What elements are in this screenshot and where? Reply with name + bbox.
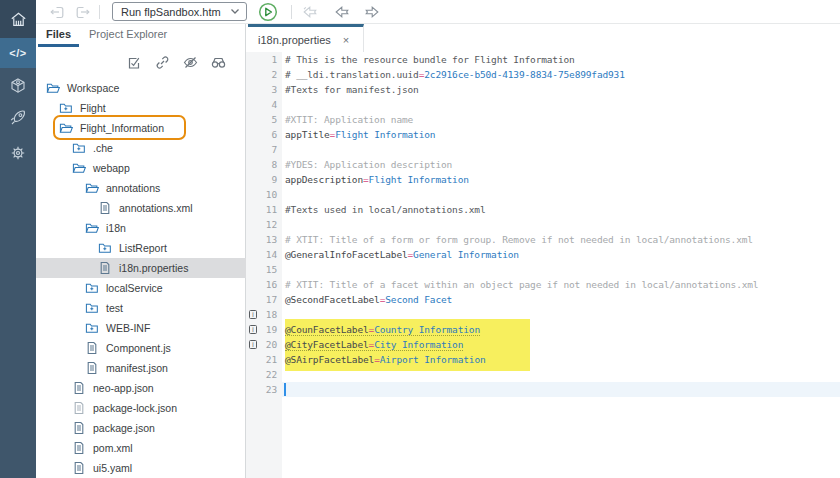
code-editor[interactable]: 1# This is the resource bundle for Fligh…	[246, 52, 840, 478]
tree-item-annotations[interactable]: annotations	[36, 178, 246, 198]
code-line-4[interactable]: 4	[246, 97, 840, 112]
file-explorer-panel: Files Project Explorer	[36, 24, 246, 478]
tree-item-ui5-yaml[interactable]: ui5.yaml	[36, 458, 246, 478]
info-icon[interactable]: i	[249, 310, 257, 319]
code-line-21[interactable]: 21@SAirpFacetLabel=Airport Information	[246, 352, 840, 367]
navigate-back-icon[interactable]	[48, 3, 66, 21]
run-configuration-select[interactable]: Run flpSandbox.htm	[112, 2, 247, 21]
sidebar-item-code-editor[interactable]: </>	[0, 38, 36, 68]
code-line-18[interactable]: i18	[246, 307, 840, 322]
code-line-14[interactable]: 14@GeneralInfoFacetLabel=General Informa…	[246, 247, 840, 262]
line-number: 16	[246, 277, 277, 292]
code-line-19[interactable]: i19@CounFacetLabel=Country Information	[246, 322, 840, 337]
code-line-7[interactable]: 7	[246, 142, 840, 157]
editor-tab-bar: i18n.properties ×	[246, 24, 840, 52]
line-text: appTitle=Flight Information	[285, 129, 435, 140]
line-text: #YDES: Application description	[285, 159, 452, 170]
tree-item-label: pom.xml	[93, 442, 133, 454]
tree-item-listreport[interactable]: ListReport	[36, 238, 246, 258]
code-line-20[interactable]: i20@CityFacetLabel=City Information	[246, 337, 840, 352]
line-number: 23	[246, 382, 277, 397]
code-line-12[interactable]: 12	[246, 217, 840, 232]
code-line-3[interactable]: 3#Texts for manifest.json	[246, 82, 840, 97]
folder-collapsed-icon	[85, 281, 99, 295]
tree-item-package-json[interactable]: package.json	[36, 418, 246, 438]
line-text: @CounFacetLabel=Country Information	[285, 324, 480, 336]
info-icon[interactable]: i	[249, 340, 257, 349]
tree-item-i18n[interactable]: i18n	[36, 218, 246, 238]
tree-item-label: Workspace	[67, 82, 119, 94]
tree-item-webapp[interactable]: webapp	[36, 158, 246, 178]
line-number: 4	[246, 97, 277, 112]
link-icon[interactable]	[154, 54, 171, 71]
line-number: 17	[246, 292, 277, 307]
line-text: #Texts used in local/annotations.xml	[285, 204, 486, 215]
line-number: 15	[246, 262, 277, 277]
package-icon	[8, 76, 28, 96]
code-line-8[interactable]: 8#YDES: Application description	[246, 157, 840, 172]
code-line-5[interactable]: 5#XTIT: Application name	[246, 112, 840, 127]
run-button[interactable]	[258, 2, 276, 20]
code-line-6[interactable]: 6appTitle=Flight Information	[246, 127, 840, 142]
tab-i18n-properties[interactable]: i18n.properties ×	[248, 24, 364, 52]
folder-collapsed-icon	[85, 321, 99, 335]
tree-item-label: localService	[106, 282, 163, 294]
line-text: # XTIT: Title of a facet within an objec…	[285, 279, 758, 290]
toolbar-separator	[291, 5, 292, 19]
folder-collapsed-icon	[72, 141, 86, 155]
tree-item-web-inf[interactable]: WEB-INF	[36, 318, 246, 338]
tree-item-label: ui5.yaml	[93, 462, 132, 474]
arrow-left-icon[interactable]	[333, 3, 351, 21]
tab-project-explorer[interactable]: Project Explorer	[89, 28, 167, 40]
tree-item-workspace[interactable]: Workspace	[36, 78, 246, 98]
tree-item-component-js[interactable]: Component.js	[36, 338, 246, 358]
rocket-icon	[8, 108, 28, 128]
tab-files[interactable]: Files	[46, 28, 71, 40]
tree-item-annotations-xml[interactable]: annotations.xml	[36, 198, 246, 218]
line-number: 12	[246, 217, 277, 232]
tree-item-localservice[interactable]: localService	[36, 278, 246, 298]
folder-open-icon	[85, 181, 99, 195]
tree-item-i18n-properties[interactable]: i18n.properties	[36, 258, 246, 278]
sidebar-item-home[interactable]	[0, 0, 36, 38]
line-text: @SAirpFacetLabel=Airport Information	[285, 354, 486, 365]
sidebar-item-packages[interactable]	[0, 72, 36, 100]
tree-item-manifest-json[interactable]: manifest.json	[36, 358, 246, 378]
line-number: 3	[246, 82, 277, 97]
code-line-23[interactable]: 23	[246, 382, 840, 397]
code-line-13[interactable]: 13# XTIT: Title of a form or form group.…	[246, 232, 840, 247]
code-line-9[interactable]: 9appDescription=Flight Information	[246, 172, 840, 187]
code-line-11[interactable]: 11#Texts used in local/annotations.xml	[246, 202, 840, 217]
gear-icon	[8, 143, 28, 163]
arrow-left-start-icon[interactable]	[301, 3, 319, 21]
code-line-16[interactable]: 16# XTIT: Title of a facet within an obj…	[246, 277, 840, 292]
arrow-right-icon[interactable]	[363, 3, 381, 21]
close-icon[interactable]: ×	[343, 34, 349, 46]
run-configuration-label: Run flpSandbox.htm	[121, 6, 230, 18]
line-text: @CityFacetLabel=City Information	[285, 339, 463, 351]
collapse-all-icon[interactable]	[126, 54, 143, 71]
code-line-10[interactable]: 10	[246, 187, 840, 202]
code-line-1[interactable]: 1# This is the resource bundle for Fligh…	[246, 52, 840, 67]
line-text: # __ldi.translation.uuid=2c2916ce-b50d-4…	[285, 69, 625, 80]
line-number: 6	[246, 127, 277, 142]
tree-item--che[interactable]: .che	[36, 138, 246, 158]
tree-item-pom-xml[interactable]: pom.xml	[36, 438, 246, 458]
line-text: @SecondFacetLabel=Second Facet	[285, 294, 452, 305]
code-line-2[interactable]: 2# __ldi.translation.uuid=2c2916ce-b50d-…	[246, 67, 840, 82]
code-line-15[interactable]: 15	[246, 262, 840, 277]
sidebar-item-settings[interactable]	[0, 139, 36, 167]
navigate-forward-icon[interactable]	[74, 3, 92, 21]
binoculars-icon[interactable]	[210, 54, 227, 71]
code-line-22[interactable]: 22	[246, 367, 840, 382]
tree-item-package-lock-json[interactable]: package-lock.json	[36, 398, 246, 418]
hide-eye-icon[interactable]	[182, 54, 199, 71]
code-line-17[interactable]: 17@SecondFacetLabel=Second Facet	[246, 292, 840, 307]
home-icon	[9, 10, 28, 29]
tree-item-test[interactable]: test	[36, 298, 246, 318]
sidebar-item-deploy[interactable]	[0, 104, 36, 132]
tree-item-label: Flight	[80, 102, 106, 114]
tree-item-label: .che	[93, 142, 113, 154]
tree-item-neo-app-json[interactable]: neo-app.json	[36, 378, 246, 398]
info-icon[interactable]: i	[249, 325, 257, 334]
